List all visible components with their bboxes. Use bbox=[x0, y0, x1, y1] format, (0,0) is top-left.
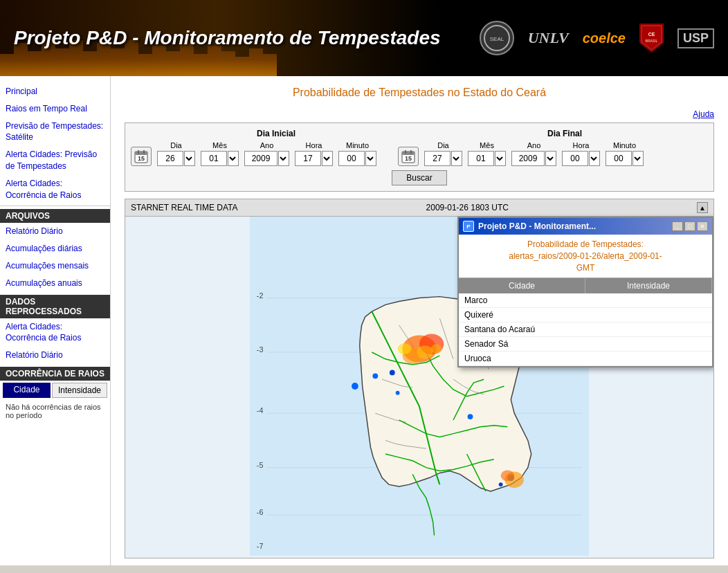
logo-coelce-text: coelce bbox=[583, 30, 626, 46]
title-sub: - Monitoramento de Tempestades bbox=[127, 27, 440, 48]
dia-inicial-minuto-select[interactable]: ▼ bbox=[365, 151, 376, 166]
logo-unlv-text: UNLV bbox=[528, 29, 569, 47]
map-scroll-up[interactable]: ▲ bbox=[697, 202, 708, 213]
svg-text:-4: -4 bbox=[257, 406, 264, 415]
dia-inicial-dia-select[interactable]: ▼ bbox=[184, 151, 195, 166]
sidebar: Principal Raios em Tempo Real Previsão d… bbox=[0, 76, 111, 565]
sidebar-item-acumulacoes-diarias[interactable]: Acumulações diárias bbox=[0, 240, 110, 257]
dia-inicial-minuto-input[interactable] bbox=[338, 151, 365, 166]
dia-inicial-mes-input[interactable] bbox=[201, 151, 227, 166]
list-item: Uruoca bbox=[459, 352, 712, 366]
svg-point-37 bbox=[468, 414, 473, 419]
dia-inicial-mes-select[interactable]: ▼ bbox=[228, 151, 239, 166]
dia-final-dia-input[interactable] bbox=[424, 151, 451, 166]
floating-title: Projeto P&D - Monitorament... bbox=[478, 221, 596, 231]
dia-inicial-dia-input[interactable] bbox=[157, 151, 183, 166]
dia-final-minuto: Minuto ▼ bbox=[606, 141, 644, 166]
floating-subtitle-line1: Probabilidade de Tempestades: bbox=[527, 239, 644, 249]
map-container: STARNET REAL TIME DATA 2009-01-26 1803 U… bbox=[125, 199, 714, 558]
titlebar-icon: P bbox=[463, 221, 474, 232]
svg-text:-7: -7 bbox=[257, 542, 264, 550]
svg-point-33 bbox=[352, 383, 358, 390]
svg-text:15: 15 bbox=[138, 155, 145, 162]
dia-label2: Dia bbox=[437, 141, 449, 149]
floating-subtitle-line3: GMT bbox=[576, 263, 595, 273]
dia-inicial-hora-select[interactable]: ▼ bbox=[322, 151, 333, 166]
dia-final-minuto-select[interactable]: ▼ bbox=[633, 151, 644, 166]
svg-point-30 bbox=[417, 345, 433, 359]
map-header: STARNET REAL TIME DATA 2009-01-26 1803 U… bbox=[125, 199, 713, 217]
maximize-button[interactable]: □ bbox=[684, 221, 695, 231]
svg-point-35 bbox=[390, 370, 395, 375]
sidebar-item-principal[interactable]: Principal bbox=[0, 83, 110, 100]
sidebar-item-raios[interactable]: Raios em Tempo Real bbox=[0, 100, 110, 118]
dia-label1: Dia bbox=[170, 141, 182, 149]
sidebar-item-relatorio2[interactable]: Relatório Diário bbox=[0, 347, 110, 364]
svg-text:P: P bbox=[466, 224, 471, 230]
dia-final-ano: Ano ▼ bbox=[511, 141, 556, 166]
hora-label2: Hora bbox=[573, 141, 590, 149]
svg-point-36 bbox=[396, 391, 400, 395]
cal-end-icon[interactable]: 15 bbox=[398, 147, 419, 166]
dia-final-hora-input[interactable] bbox=[562, 151, 588, 166]
sidebar-item-acumulacoes-mensais[interactable]: Acumulações mensais bbox=[0, 257, 110, 275]
dia-final-dia-select[interactable]: ▼ bbox=[451, 151, 462, 166]
sidebar-item-relatorio[interactable]: Relatório Diário bbox=[0, 223, 110, 240]
dia-final-dia: Dia ▼ bbox=[424, 141, 462, 166]
minuto-label1: Minuto bbox=[346, 141, 369, 149]
map-header-right: 2009-01-26 1803 UTC bbox=[426, 203, 509, 212]
close-button[interactable]: × bbox=[697, 221, 708, 231]
page-title: Probabilidade de Tempestades no Estado d… bbox=[125, 87, 714, 99]
dia-inicial-minuto: Minuto ▼ bbox=[338, 141, 376, 166]
sidebar-item-alerta-raios2[interactable]: Alerta Cidades: Ocorrência de Raios bbox=[0, 318, 110, 347]
floating-window: P Projeto P&D - Monitorament... _ □ × P bbox=[457, 217, 713, 367]
dia-final-mes-select[interactable]: ▼ bbox=[495, 151, 506, 166]
content-area: Probabilidade de Tempestades no Estado d… bbox=[111, 76, 728, 565]
floating-col-intensidade: Intensidade bbox=[585, 278, 712, 293]
svg-point-41 bbox=[501, 471, 515, 482]
svg-point-34 bbox=[372, 373, 378, 379]
sidebar-intensidade-btn[interactable]: Intensidade bbox=[52, 383, 107, 398]
sidebar-item-previsao[interactable]: Previsão de Tempestades: Satélite bbox=[0, 118, 110, 147]
main-container: Principal Raios em Tempo Real Previsão d… bbox=[0, 76, 728, 565]
ajuda-link[interactable]: Ajuda bbox=[125, 109, 714, 119]
dia-final-mes: Mês ▼ bbox=[468, 141, 506, 166]
buscar-button[interactable]: Buscar bbox=[392, 170, 446, 185]
cal-start-icon[interactable]: 15 bbox=[131, 147, 152, 166]
app-title: Projeto P&D - Monitoramento de Tempestad… bbox=[0, 27, 441, 49]
dia-final-ano-select[interactable]: ▼ bbox=[545, 151, 556, 166]
floating-titlebar: P Projeto P&D - Monitorament... _ □ × bbox=[459, 218, 712, 235]
svg-text:BRASIL: BRASIL bbox=[646, 39, 658, 43]
app-header: Projeto P&D - Monitoramento de Tempestad… bbox=[0, 0, 728, 76]
minimize-button[interactable]: _ bbox=[672, 221, 683, 231]
svg-point-39 bbox=[499, 482, 503, 486]
sidebar-section-ocorrencia: OCORRÊNCIA DE RAIOS bbox=[0, 367, 110, 381]
sidebar-cidade-btn[interactable]: Cidade bbox=[3, 383, 51, 398]
mes-label2: Mês bbox=[480, 141, 494, 149]
list-item: Marco bbox=[459, 293, 712, 308]
header-logos: SEAL UNLV coelce CE BRASIL USP bbox=[480, 21, 714, 55]
dia-final-hora-select[interactable]: ▼ bbox=[589, 151, 600, 166]
svg-text:-6: -6 bbox=[257, 508, 264, 516]
titlebar-left: P Projeto P&D - Monitorament... bbox=[463, 221, 596, 232]
list-item: Quixeré bbox=[459, 308, 712, 322]
dia-inicial-ano-select[interactable]: ▼ bbox=[278, 151, 289, 166]
dia-final-hora: Hora ▼ bbox=[562, 141, 600, 166]
logo-shield-icon: CE BRASIL bbox=[639, 24, 664, 53]
sidebar-item-alerta-raios[interactable]: Alerta Cidades: Ocorrência de Raios bbox=[0, 175, 110, 204]
sidebar-item-alerta-previsao[interactable]: Alerta Cidades: Previsão de Tempestades bbox=[0, 146, 110, 175]
sidebar-item-acumulacoes-anuais[interactable]: Acumulações anuais bbox=[0, 275, 110, 292]
dia-final-minuto-input[interactable] bbox=[606, 151, 632, 166]
dia-final-mes-input[interactable] bbox=[468, 151, 494, 166]
mes-label1: Mês bbox=[212, 141, 227, 149]
floating-subtitle: Probabilidade de Tempestades: alertas_ra… bbox=[459, 235, 712, 278]
sidebar-no-data: Não há ocorrências de raios no período bbox=[0, 400, 110, 422]
svg-text:SEAL: SEAL bbox=[489, 36, 504, 42]
map-svg-area: -2 -3 -4 -5 -6 -7 bbox=[125, 217, 713, 556]
list-item: Senador Sá bbox=[459, 337, 712, 352]
dia-inicial-hora-input[interactable] bbox=[295, 151, 321, 166]
dia-inicial-ano-input[interactable] bbox=[244, 151, 277, 166]
logo-usp-text: USP bbox=[677, 28, 714, 48]
dia-final-ano-input[interactable] bbox=[511, 151, 545, 166]
minuto-label2: Minuto bbox=[613, 141, 636, 149]
